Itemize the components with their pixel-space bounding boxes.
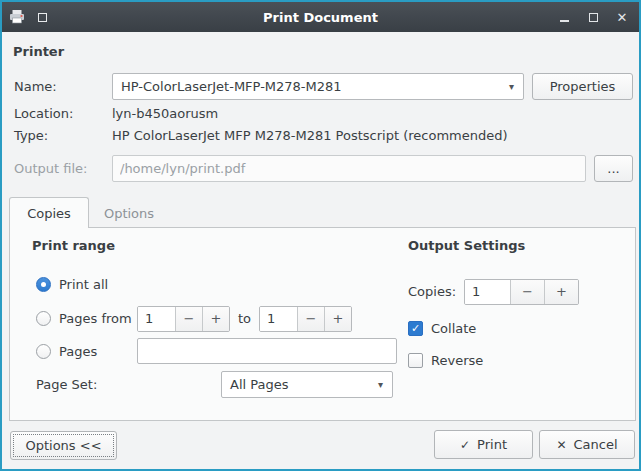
location-label: Location: [14, 104, 73, 124]
pages-label: Pages [59, 344, 129, 359]
print-range-title: Print range [32, 236, 115, 256]
type-label: Type: [14, 126, 48, 146]
chevron-down-icon: ▾ [509, 81, 514, 92]
pages-row: Pages [36, 338, 397, 364]
pin-icon[interactable] [35, 9, 49, 25]
pages-input[interactable] [137, 338, 397, 364]
reverse-checkbox[interactable] [408, 353, 423, 368]
check-icon: ✓ [411, 322, 420, 335]
options-toggle-button[interactable]: Options << [10, 431, 117, 460]
minus-icon[interactable]: − [175, 307, 202, 331]
page-set-value: All Pages [230, 377, 289, 392]
type-value: HP ColorLaserJet MFP M278-M281 Postscrip… [112, 126, 508, 146]
minus-icon[interactable]: − [297, 307, 324, 331]
pages-from-row: Pages from 1 − + to 1 − + [36, 305, 352, 332]
print-all-label: Print all [59, 277, 108, 292]
titlebar-left [9, 2, 49, 32]
printer-name-value: HP-ColorLaserJet-MFP-M278-M281 [121, 79, 342, 94]
maximize-icon [589, 13, 598, 22]
to-label: to [238, 311, 251, 326]
pages-from-value[interactable]: 1 [138, 307, 175, 331]
minimize-button[interactable] [557, 9, 571, 25]
print-all-row[interactable]: Print all [36, 273, 108, 295]
pages-from-label: Pages from [59, 311, 129, 326]
collate-row[interactable]: ✓ Collate [408, 317, 476, 339]
pages-from-spinner: 1 − + [137, 306, 230, 332]
cancel-button[interactable]: ✕ Cancel [539, 430, 635, 459]
reverse-row[interactable]: Reverse [408, 349, 483, 371]
output-file-label: Output file: [14, 155, 87, 182]
window-title: Print Document [2, 10, 639, 25]
check-icon: ✓ [460, 438, 470, 452]
plus-icon[interactable]: + [544, 280, 578, 304]
browse-button[interactable]: ... [594, 155, 633, 182]
titlebar-buttons: ✕ [557, 2, 629, 32]
properties-button[interactable]: Properties [532, 73, 633, 100]
page-set-row: Page Set: All Pages ▾ [36, 371, 596, 398]
printer-name-combobox[interactable]: HP-ColorLaserJet-MFP-M278-M281 ▾ [112, 73, 524, 100]
minus-icon[interactable]: − [510, 280, 544, 304]
print-button[interactable]: ✓ Print [434, 430, 533, 459]
output-settings-title: Output Settings [408, 236, 525, 256]
output-file-input[interactable] [112, 155, 586, 182]
copies-spinner: 1 − + [464, 279, 579, 305]
copies-tab-panel: Print range Print all Pages from 1 − + t… [9, 227, 636, 421]
reverse-label: Reverse [431, 353, 483, 368]
location-value: lyn-b450aorusm [112, 104, 218, 124]
pages-radio[interactable] [36, 344, 51, 359]
printer-section-title: Printer [13, 38, 64, 65]
close-icon: ✕ [556, 438, 566, 452]
copies-value[interactable]: 1 [465, 280, 510, 304]
page-set-label: Page Set: [36, 377, 97, 392]
collate-label: Collate [431, 321, 476, 336]
copies-row: Copies: 1 − + [408, 278, 579, 305]
page-set-combobox[interactable]: All Pages ▾ [221, 371, 393, 398]
tab-copies[interactable]: Copies [9, 197, 89, 228]
print-all-radio[interactable] [36, 277, 51, 292]
tab-options[interactable]: Options [90, 200, 168, 227]
printer-app-icon [9, 9, 25, 25]
close-button[interactable]: ✕ [615, 9, 629, 25]
plus-icon[interactable]: + [202, 307, 229, 331]
maximize-button[interactable] [586, 9, 600, 25]
minimize-icon [560, 20, 569, 22]
name-label: Name: [14, 73, 57, 100]
pages-from-radio[interactable] [36, 311, 51, 326]
plus-icon[interactable]: + [324, 307, 351, 331]
collate-checkbox[interactable]: ✓ [408, 321, 423, 336]
pages-to-spinner: 1 − + [259, 306, 352, 332]
copies-label: Copies: [408, 284, 456, 299]
pages-to-value[interactable]: 1 [260, 307, 297, 331]
chevron-down-icon: ▾ [378, 379, 383, 390]
titlebar[interactable]: Print Document ✕ [2, 2, 639, 32]
print-dialog-window: Print Document ✕ Printer Name: HP-ColorL… [0, 0, 641, 471]
